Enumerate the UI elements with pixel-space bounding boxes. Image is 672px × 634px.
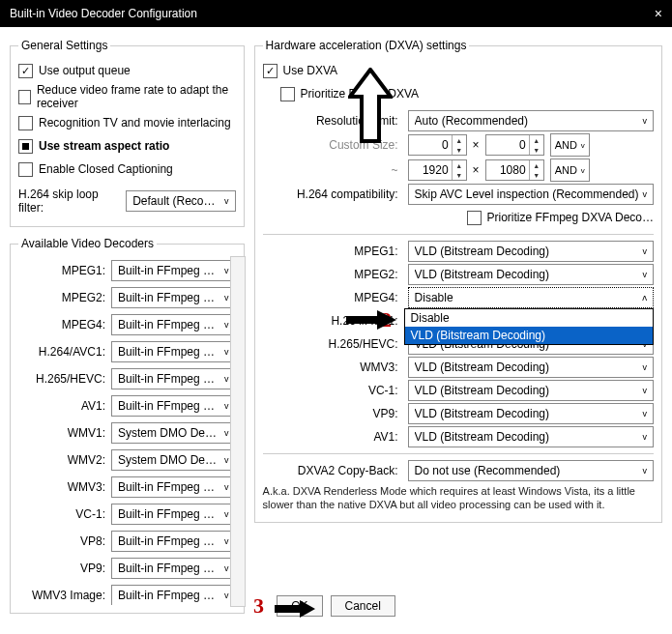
decoder-combo[interactable]: Built-in FFmpeg Decoder (Recommended)v — [111, 260, 236, 281]
decoder-combo[interactable]: Built-in FFmpeg Decoder (Recommended)v — [111, 476, 236, 498]
hw-codec-row: VC-1:VLD (Bitstream Decoding)v — [263, 380, 654, 401]
decoder-row: H.265/HEVC:Built-in FFmpeg Decoder (Reco… — [18, 368, 236, 389]
decoder-combo[interactable]: Built-in FFmpeg Decoder (Recommended)v — [111, 287, 236, 308]
hw-codec-dropdown[interactable]: DisableVLD (Bitstream Decoding) — [404, 308, 654, 345]
copyback-label: DXVA2 Copy-Back: — [263, 464, 402, 477]
hw-codec-row: VP9:VLD (Bitstream Decoding)v — [263, 403, 654, 424]
use-dxva-checkbox[interactable] — [263, 64, 278, 78]
cancel-button[interactable]: Cancel — [331, 595, 395, 617]
reduce-frame-rate-label: Reduce video frame rate to adapt the rec… — [37, 83, 236, 110]
decoder-combo[interactable]: Built-in FFmpeg Decoder (Recommended)v — [111, 531, 236, 552]
use-output-queue-checkbox[interactable] — [18, 64, 33, 78]
decoder-label: MPEG4: — [18, 318, 105, 331]
decoder-label: H.264/AVC1: — [18, 345, 105, 359]
custom-size-label: Custom Size: — [263, 138, 402, 152]
hw-accel-group: Hardware acceleration (DXVA) settings Us… — [254, 39, 662, 523]
hw-codec-row: MPEG4:Disableʌ — [263, 287, 654, 308]
decoder-combo[interactable]: Built-in FFmpeg Decoder (Recommended)v — [111, 314, 236, 335]
dropdown-option[interactable]: Disable — [405, 309, 653, 327]
hw-accel-legend: Hardware acceleration (DXVA) settings — [263, 39, 470, 52]
decoder-combo[interactable]: Built-in FFmpeg Decoder (Recommended)v — [111, 368, 236, 389]
hw-codec-combo[interactable]: VLD (Bitstream Decoding)v — [408, 426, 654, 447]
decoder-label: WMV2: — [18, 453, 105, 467]
decoder-row: WMV1:System DMO Decoder (Recommended)v — [18, 422, 236, 444]
hw-codec-row: AV1:VLD (Bitstream Decoding)v — [263, 426, 654, 447]
decoder-label: H.265/HEVC: — [18, 372, 105, 386]
available-decoders-group: Available Video Decoders MPEG1:Built-in … — [10, 237, 245, 614]
decoder-row: MPEG1:Built-in FFmpeg Decoder (Recommend… — [18, 260, 236, 281]
hw-codec-row: MPEG2:VLD (Bitstream Decoding)v — [263, 264, 654, 285]
decoder-label: WMV1: — [18, 426, 105, 440]
hw-codec-label: MPEG4: — [263, 291, 402, 304]
custom-h-input[interactable]: ▲▼ — [485, 134, 544, 156]
dropdown-option[interactable]: VLD (Bitstream Decoding) — [405, 327, 653, 344]
hw-codec-label: VC-1: — [263, 384, 402, 397]
hw-codec-combo[interactable]: VLD (Bitstream Decoding)v — [408, 380, 654, 401]
decoder-row: AV1:Built-in FFmpeg Decoder (Recommended… — [18, 395, 236, 417]
decoder-combo[interactable]: Built-in FFmpeg Decoder (Recommended)v — [111, 558, 236, 579]
hw-codec-label: MPEG1: — [263, 245, 402, 258]
decoder-combo[interactable]: System DMO Decoder (Recommended)v — [111, 449, 236, 471]
decoder-label: VC-1: — [18, 507, 105, 521]
window-title: Built-in Video Decoder Configuration — [10, 7, 197, 20]
decoder-row: WMV2:System DMO Decoder (Recommended)v — [18, 449, 236, 471]
decoder-label: AV1: — [18, 399, 105, 413]
decoder-label: VP9: — [18, 562, 105, 575]
prioritize-ffmpeg-checkbox[interactable] — [467, 211, 482, 225]
skiploop-label: H.264 skip loop filter: — [18, 187, 120, 215]
prioritize-d3d11-label: Prioritize D3D11 DXVA — [301, 87, 419, 101]
decoder-row: WMV3:Built-in FFmpeg Decoder (Recommende… — [18, 476, 236, 498]
preset-w-input[interactable]: ▲▼ — [408, 159, 467, 181]
decoder-row: VP9:Built-in FFmpeg Decoder (Recommended… — [18, 558, 236, 579]
preset-h-input[interactable]: ▲▼ — [485, 159, 544, 181]
prioritize-ffmpeg-label: Prioritize FFmpeg DXVA Deco… — [487, 211, 655, 224]
use-dxva-label: Use DXVA — [283, 64, 337, 77]
decoder-row: MPEG4:Built-in FFmpeg Decoder (Recommend… — [18, 314, 236, 335]
decoder-row: MPEG2:Built-in FFmpeg Decoder (Recommend… — [18, 287, 236, 308]
close-icon[interactable]: × — [655, 6, 662, 21]
annotation-number-1: 1 — [360, 104, 370, 130]
prioritize-d3d11-checkbox[interactable] — [280, 87, 295, 101]
copyback-note: A.k.a. DXVA Renderless Mode which requir… — [263, 485, 654, 512]
compat-label: H.264 compatibility: — [263, 187, 402, 201]
skiploop-combo[interactable]: Default (Recommended)v — [126, 190, 235, 212]
hw-codec-label: WMV3: — [263, 360, 402, 374]
titlebar: Built-in Video Decoder Configuration × — [0, 0, 672, 27]
hw-codec-combo[interactable]: VLD (Bitstream Decoding)v — [408, 241, 654, 262]
reduce-frame-rate-checkbox[interactable] — [18, 90, 31, 104]
use-stream-aspect-label: Use stream aspect ratio — [39, 139, 169, 153]
hw-codec-combo[interactable]: VLD (Bitstream Decoding)v — [408, 264, 654, 285]
general-settings-legend: General Settings — [18, 39, 110, 52]
res-limit-label: Resolution limit: — [263, 114, 402, 128]
available-decoders-legend: Available Video Decoders — [18, 237, 157, 250]
hw-codec-combo[interactable]: Disableʌ — [408, 287, 654, 308]
hw-codec-combo[interactable]: VLD (Bitstream Decoding)v — [408, 357, 654, 378]
decoder-label: MPEG2: — [18, 291, 105, 304]
decoder-combo[interactable]: System DMO Decoder (Recommended)v — [111, 422, 236, 444]
recognition-tv-label: Recognition TV and movie interlacing — [39, 116, 231, 130]
decoder-row: VP8:Built-in FFmpeg Decoder (Recommended… — [18, 531, 236, 552]
hw-codec-label: AV1: — [263, 430, 402, 444]
enable-cc-label: Enable Closed Captioning — [39, 162, 173, 176]
res-limit-combo[interactable]: Auto (Recommended)v — [408, 110, 654, 131]
copyback-combo[interactable]: Do not use (Recommended)v — [408, 460, 654, 481]
custom-w-input[interactable]: ▲▼ — [408, 134, 467, 156]
compat-combo[interactable]: Skip AVC Level inspection (Recommended)v — [408, 184, 654, 205]
decoder-combo[interactable]: Built-in FFmpeg Decoder (Recommended)v — [111, 504, 236, 525]
decoder-scrollbar[interactable] — [230, 256, 246, 607]
decoder-combo[interactable]: Built-in FFmpeg Decoder (Recommended)v — [111, 341, 236, 362]
annotation-number-2: 2 — [381, 307, 392, 332]
hw-codec-label: H.265/HEVC: — [263, 337, 402, 351]
use-output-queue-label: Use output queue — [39, 64, 131, 77]
preset-and-combo[interactable]: ANDv — [550, 158, 590, 182]
decoder-label: MPEG1: — [18, 264, 105, 277]
recognition-tv-checkbox[interactable] — [18, 116, 33, 130]
use-stream-aspect-checkbox[interactable] — [18, 139, 33, 154]
decoder-combo[interactable]: Built-in FFmpeg Decoder (Recommended)v — [111, 395, 236, 417]
hw-codec-row: WMV3:VLD (Bitstream Decoding)v — [263, 357, 654, 378]
custom-and-combo[interactable]: ANDv — [550, 133, 590, 157]
annotation-number-3: 3 — [253, 593, 264, 619]
hw-codec-combo[interactable]: VLD (Bitstream Decoding)v — [408, 403, 654, 424]
enable-cc-checkbox[interactable] — [18, 162, 33, 177]
ok-button[interactable]: OK — [277, 595, 322, 617]
